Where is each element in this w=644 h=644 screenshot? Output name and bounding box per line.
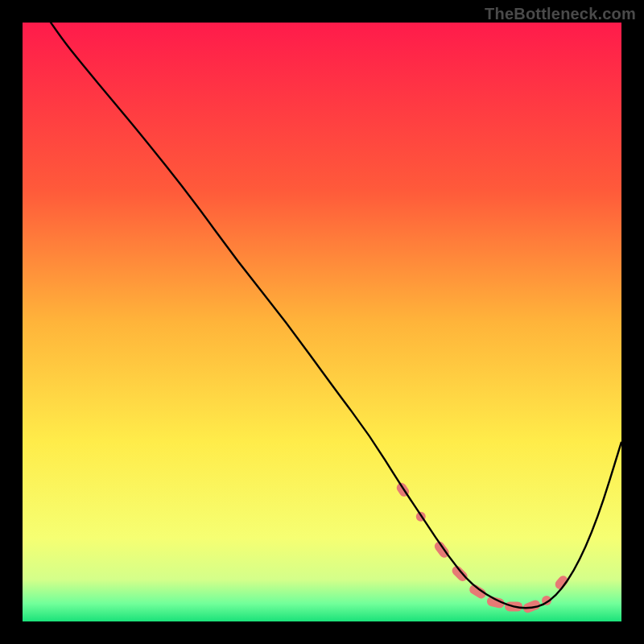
chart-plot-area [23, 23, 621, 621]
gradient-background [23, 23, 621, 621]
chart-frame: TheBottleneck.com [0, 0, 644, 644]
watermark-text: TheBottleneck.com [485, 5, 636, 23]
